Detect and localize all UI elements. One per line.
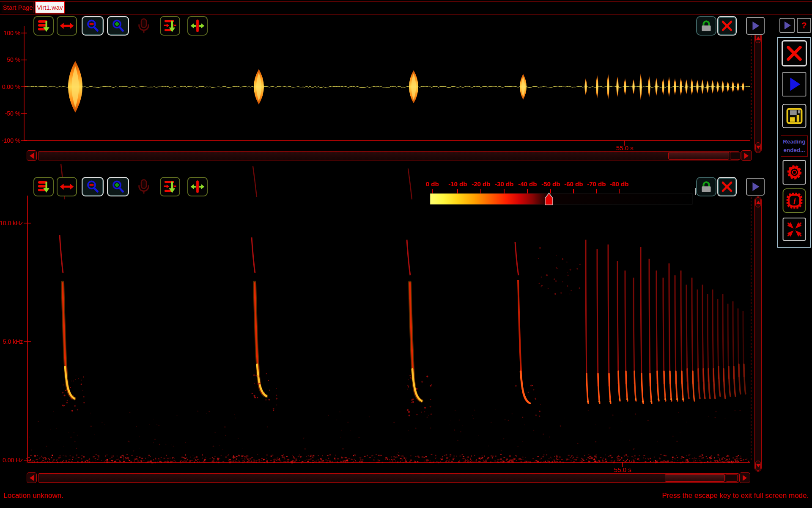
wave-zoom-in-button[interactable] [107,16,129,36]
wave-record-button[interactable] [134,16,153,36]
record-icon [136,178,152,195]
axes-layer: 100 % 50 % 0.00 % -50 % -100 % 55.0 s 10… [0,19,751,473]
reading-status-badge: Reading ended... [781,135,808,157]
db-label-0: 0 db [426,180,439,188]
spec-close-button[interactable] [717,177,737,196]
wave-vscroll-track[interactable] [754,32,762,153]
db-label-4: -40 db [518,180,537,188]
spec-arrange-tracks-button[interactable] [33,177,54,196]
pan-horizontal-icon [189,18,206,33]
db-threshold-marker[interactable] [545,193,553,205]
down-arrow-icon [756,146,760,149]
zoom-out-icon [84,179,102,194]
wave-tick-m100: -100 % [2,137,20,144]
sidebar-exit-fullscreen-button[interactable] [783,218,806,241]
spec-vscroll-up-button[interactable] [755,197,761,207]
wave-hscroll-segment [730,152,741,160]
global-play-button[interactable] [779,18,795,33]
play-icon [784,74,804,94]
sidebar-settings-button[interactable] [783,160,806,185]
right-arrow-icon [743,475,747,481]
play-icon [781,19,793,32]
spec-lock-button[interactable] [696,177,716,196]
spec-fit-width-button[interactable] [57,177,77,196]
sidebar-save-button[interactable] [782,104,807,128]
wave-fit-width-button[interactable] [57,16,77,36]
left-arrow-icon [30,475,34,481]
wave-hscroll-thumb[interactable] [668,152,729,160]
fit-width-icon [59,18,75,33]
pan-horizontal-icon [189,179,206,194]
plots-canvas: 100 % 50 % 0.00 % -50 % -100 % 55.0 s 10… [0,0,812,508]
close-icon [719,18,735,33]
save-icon [786,108,803,124]
right-arrow-icon [744,153,749,159]
sidebar-close-button[interactable] [782,40,807,66]
spec-record-button[interactable] [134,177,153,196]
spec-hscroll-right-button[interactable] [739,472,750,483]
spec-time-tick: 55.0 s [614,466,631,473]
up-arrow-icon [756,201,760,204]
info-icon: i [785,191,804,210]
spec-collapse-width-button[interactable] [160,177,180,196]
left-arrow-icon [30,153,34,159]
wave-collapse-width-button[interactable] [160,16,180,36]
window-top-border [0,1,812,2]
spec-pan-horizontal-button[interactable] [187,177,208,196]
lock-icon [698,18,714,33]
sidebar-info-button[interactable]: i [783,188,806,213]
zoom-out-icon [84,18,102,33]
play-icon [748,180,763,193]
spec-zoom-in-button[interactable] [107,177,129,196]
tab-start-page[interactable]: Start Page [2,2,34,13]
wave-tick-100: 100 % [3,30,20,36]
db-label-5: -50 db [541,180,560,188]
wave-play-button[interactable] [746,17,765,35]
spec-tick-5k: 5.0 kHz [3,338,23,345]
right-sidebar-panel: Reading ended... i [777,37,811,248]
wave-close-button[interactable] [717,16,737,36]
spec-tick-0: 0.00 Hz [3,457,23,464]
wave-hscroll-track[interactable] [38,151,739,160]
db-label-3: -30 db [495,180,513,188]
arrange-tracks-icon [36,18,52,33]
wave-hscroll-left-button[interactable] [27,150,37,161]
spec-vscroll-down-button[interactable] [755,461,761,471]
spec-hscroll-left-button[interactable] [27,472,37,483]
wave-lock-button[interactable] [696,16,716,36]
record-icon [136,17,152,34]
help-button[interactable]: ? [797,18,811,33]
exit-fullscreen-icon [785,220,804,239]
wave-hscroll-right-button[interactable] [741,150,752,161]
spec-hscroll-segment [726,474,738,482]
spec-play-button[interactable] [746,178,765,196]
db-label-8: -80 db [610,180,628,188]
status-location-text: Location unknown. [3,491,63,500]
spec-hscroll-track[interactable] [38,473,739,483]
wave-tick-50: 50 % [7,56,20,63]
db-gradient-bar [430,193,692,204]
tab-virt1-wav[interactable]: Virt1.wav [35,1,65,14]
db-label-2: -20 db [472,180,490,188]
help-icon: ? [801,20,807,30]
close-icon [783,42,805,64]
close-icon [719,179,735,194]
wave-pan-horizontal-button[interactable] [187,16,208,36]
wave-zoom-out-button[interactable] [82,16,104,36]
db-label-1: -10 db [448,180,467,188]
spec-vscroll-track[interactable] [754,196,762,472]
tabbar-underline [0,14,812,15]
wave-tick-0: 0.00 % [2,83,20,90]
status-fullscreen-hint: Press the escape key to exit full screen… [662,491,809,500]
sidebar-play-button[interactable] [782,72,807,97]
svg-text:i: i [793,196,796,206]
spec-zoom-out-button[interactable] [82,177,104,196]
fit-width-icon [59,179,75,194]
zoom-in-icon [109,179,127,194]
wave-arrange-tracks-button[interactable] [33,16,54,36]
zoom-in-icon [109,18,127,33]
wave-time-tick: 55.0 s [616,144,634,152]
wave-vscroll-down-button[interactable] [755,142,761,152]
spec-hscroll-thumb[interactable] [665,474,725,482]
db-color-scale: 0 db -10 db -20 db -30 db -40 db -50 db … [426,180,696,205]
